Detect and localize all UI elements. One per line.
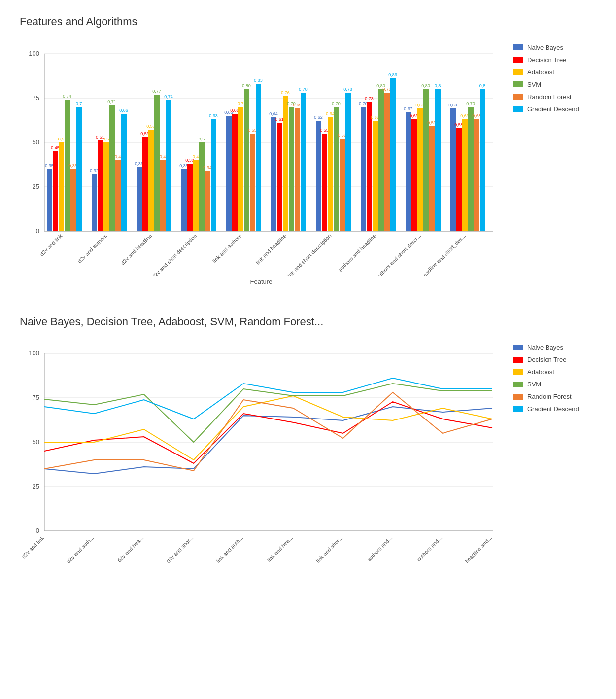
bar-chart-container: 100 75 50 25 0 0,35 0,45 — [20, 39, 596, 285]
line-legend-label-naive-bayes: Naive Bayes — [527, 344, 563, 351]
svg-rect-26 — [98, 140, 103, 231]
legend-label-naive-bayes: Naive Bayes — [527, 44, 563, 51]
bar-chart-area: 100 75 50 25 0 0,35 0,45 — [20, 39, 503, 285]
line-legend-label-gradient-descend: Gradient Descend — [527, 405, 579, 413]
svg-text:d2v and shor...: d2v and shor... — [165, 535, 195, 564]
svg-rect-112 — [417, 108, 423, 231]
svg-text:d2v and link: d2v and link — [20, 535, 45, 559]
svg-rect-108 — [406, 112, 411, 231]
svg-text:25: 25 — [33, 483, 39, 490]
legend-color-svm — [513, 81, 523, 87]
svg-rect-130 — [480, 89, 485, 231]
svg-rect-114 — [423, 89, 429, 231]
bar-chart-x-label: Feature — [20, 278, 503, 285]
svg-rect-88 — [328, 117, 333, 231]
svg-text:0,62: 0,62 — [314, 115, 323, 120]
svg-rect-72 — [271, 117, 276, 231]
svg-rect-60 — [226, 116, 232, 231]
line-legend-item-decision-tree: Decision Tree — [513, 356, 596, 363]
svg-text:authors and short descr...: authors and short descr... — [375, 233, 422, 276]
legend-label-random-forest: Random Forest — [527, 93, 572, 101]
svg-rect-110 — [411, 119, 417, 231]
svg-text:0,70: 0,70 — [359, 101, 368, 106]
svg-text:0,36: 0,36 — [135, 161, 143, 166]
svg-rect-118 — [435, 89, 441, 231]
svg-text:50: 50 — [33, 438, 39, 446]
svg-text:0,55: 0,55 — [248, 128, 257, 133]
svg-rect-124 — [462, 119, 468, 231]
svg-text:0,32: 0,32 — [90, 168, 99, 173]
svg-text:0,69: 0,69 — [293, 103, 302, 107]
svg-text:0,66: 0,66 — [230, 108, 239, 113]
svg-text:d2v and auth...: d2v and auth... — [65, 535, 95, 564]
svg-text:0,71: 0,71 — [107, 99, 116, 104]
svg-text:0,69: 0,69 — [448, 103, 457, 107]
line-legend-label-decision-tree: Decision Tree — [527, 356, 566, 363]
svg-text:d2v and headline: d2v and headline — [120, 233, 153, 266]
svg-rect-104 — [384, 93, 390, 231]
svg-rect-52 — [193, 160, 199, 231]
svg-text:authors and...: authors and... — [415, 535, 443, 562]
line-legend-item-adaboost: Adaboost — [513, 368, 596, 376]
legend-label-gradient-descend: Gradient Descend — [527, 105, 579, 113]
svg-text:0,45: 0,45 — [51, 145, 60, 150]
svg-rect-12 — [47, 169, 52, 231]
bar-chart-title: Features and Algorithms — [20, 15, 596, 29]
svg-text:75: 75 — [33, 394, 39, 401]
svg-text:0,53: 0,53 — [140, 131, 149, 136]
svg-rect-40 — [148, 130, 154, 231]
svg-rect-82 — [301, 93, 306, 231]
svg-text:authors and...: authors and... — [366, 535, 393, 562]
svg-rect-22 — [76, 107, 82, 231]
svg-rect-92 — [340, 139, 345, 231]
svg-rect-116 — [429, 126, 435, 231]
svg-text:0,5: 0,5 — [103, 137, 109, 141]
svg-text:0,74: 0,74 — [164, 94, 173, 99]
svg-text:0,78: 0,78 — [382, 87, 391, 92]
svg-text:0,64: 0,64 — [326, 111, 335, 116]
svg-rect-24 — [92, 174, 97, 231]
svg-rect-62 — [232, 114, 238, 231]
legend-item-naive-bayes: Naive Bayes — [513, 44, 596, 51]
legend-color-decision-tree — [513, 57, 523, 63]
svg-text:100: 100 — [29, 50, 39, 57]
svg-rect-96 — [361, 107, 366, 231]
svg-rect-28 — [103, 142, 109, 231]
svg-rect-102 — [378, 89, 384, 231]
svg-rect-38 — [142, 137, 148, 231]
svg-text:50: 50 — [33, 139, 39, 146]
svg-rect-84 — [316, 121, 321, 231]
line-chart-section: Naive Bayes, Decision Tree, Adaboost, SV… — [20, 315, 596, 586]
line-chart-legend: Naive Bayes Decision Tree Adaboost SVM R… — [503, 339, 596, 418]
svg-rect-122 — [456, 128, 462, 231]
svg-text:d2v and authors: d2v and authors — [76, 232, 108, 264]
svg-text:0,4: 0,4 — [193, 154, 199, 159]
legend-color-gradient-descend — [513, 106, 523, 112]
svg-rect-44 — [160, 160, 166, 231]
svg-text:0,8: 0,8 — [479, 83, 486, 88]
svg-text:0,80: 0,80 — [242, 83, 251, 88]
svg-text:link and shor...: link and shor... — [315, 535, 344, 564]
svg-text:0,63: 0,63 — [410, 113, 418, 118]
svg-text:100: 100 — [29, 350, 39, 357]
line-legend-color-random-forest — [513, 394, 523, 400]
svg-text:0,63: 0,63 — [472, 113, 481, 118]
svg-rect-54 — [199, 142, 205, 231]
svg-text:d2v and link: d2v and link — [38, 232, 63, 257]
bar-chart-section: Features and Algorithms 100 75 50 25 0 — [20, 15, 596, 285]
line-legend-label-svm: SVM — [527, 381, 541, 388]
svg-text:0,8: 0,8 — [435, 83, 441, 88]
svg-rect-46 — [166, 100, 171, 231]
svg-text:0,69: 0,69 — [415, 103, 424, 107]
svg-rect-94 — [345, 93, 351, 231]
svg-rect-68 — [250, 134, 255, 231]
line-legend-item-random-forest: Random Forest — [513, 393, 596, 400]
svg-rect-34 — [121, 114, 127, 231]
svg-text:0,34: 0,34 — [203, 165, 212, 170]
line-legend-color-gradient-descend — [513, 406, 523, 412]
legend-item-random-forest: Random Forest — [513, 93, 596, 101]
bar-chart-svg: 100 75 50 25 0 0,35 0,45 — [20, 39, 503, 276]
svg-text:0,4: 0,4 — [160, 154, 166, 159]
svg-rect-86 — [322, 134, 327, 231]
svg-rect-20 — [70, 169, 76, 231]
